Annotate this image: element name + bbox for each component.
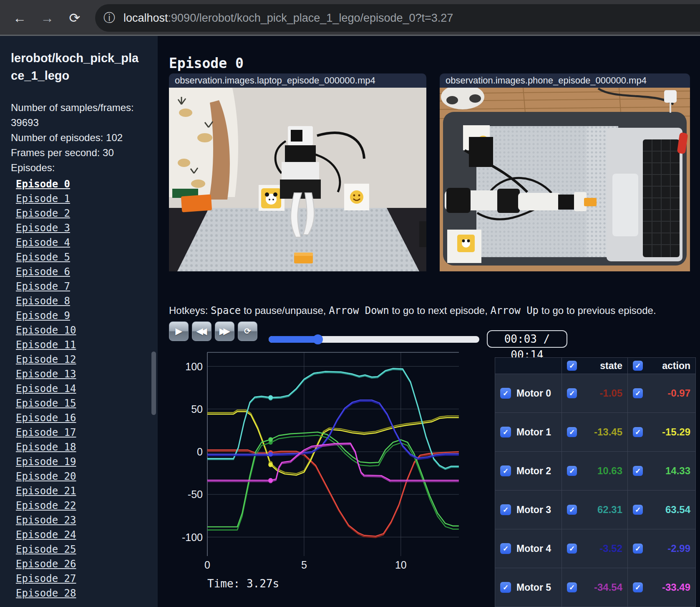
- table-row: ✓Motor 3✓62.31✓63.54: [495, 491, 696, 529]
- header-state-cell: ✓state: [562, 358, 628, 374]
- sidebar-episode-link[interactable]: Episode 27: [16, 574, 76, 584]
- sidebar-episode-link[interactable]: Episode 13: [16, 369, 76, 379]
- checkbox-icon[interactable]: ✓: [567, 544, 577, 554]
- svg-text:5: 5: [301, 559, 307, 571]
- checkbox-icon[interactable]: ✓: [500, 582, 511, 593]
- checkbox-icon[interactable]: ✓: [567, 582, 577, 592]
- sidebar-episode-link[interactable]: Episode 18: [16, 442, 76, 452]
- checkbox-icon[interactable]: ✓: [500, 504, 511, 515]
- video-player-phone[interactable]: [440, 88, 690, 271]
- sidebar-episode-link[interactable]: Episode 4: [16, 238, 70, 248]
- svg-text:50: 50: [191, 403, 203, 415]
- sidebar-episode-link[interactable]: Episode 0: [16, 179, 70, 189]
- sidebar-episode-link[interactable]: Episode 21: [16, 486, 76, 496]
- sidebar-episode-link[interactable]: Episode 11: [16, 340, 76, 350]
- sidebar-episode-link[interactable]: Episode 9: [16, 311, 70, 321]
- smiley-card: [344, 184, 369, 210]
- checkbox-icon[interactable]: ✓: [567, 427, 577, 437]
- video-panel-phone: observation.images.phone_episode_000000.…: [440, 73, 690, 271]
- url-host: localhost: [123, 12, 168, 24]
- state-value: -34.54: [594, 582, 622, 593]
- episode-list: Episode 0Episode 1Episode 2Episode 3Epis…: [11, 179, 158, 598]
- hotkey-space: Space: [211, 305, 241, 316]
- svg-text:0: 0: [197, 446, 203, 458]
- video-player-laptop[interactable]: [169, 88, 426, 271]
- forward-icon[interactable]: →: [38, 8, 57, 28]
- checkbox-icon[interactable]: ✓: [633, 388, 643, 398]
- sidebar-episode-link[interactable]: Episode 25: [16, 544, 76, 554]
- sidebar-episode-link[interactable]: Episode 2: [16, 208, 70, 218]
- svg-text:10: 10: [395, 559, 407, 571]
- sidebar-episode-link[interactable]: Episode 14: [16, 384, 76, 394]
- sidebar-episode-link[interactable]: Episode 10: [16, 325, 76, 335]
- checkbox-icon[interactable]: ✓: [567, 505, 577, 515]
- state-value: 62.31: [597, 504, 622, 516]
- checkbox-icon[interactable]: ✓: [633, 427, 643, 437]
- checkbox-icon[interactable]: ✓: [500, 388, 511, 399]
- sidebar-episode-link[interactable]: Episode 7: [16, 281, 70, 291]
- motor-chart[interactable]: 100500-50-1000510: [166, 329, 463, 571]
- sidebar-episode-link[interactable]: Episode 22: [16, 501, 76, 511]
- sidebar-episode-link[interactable]: Episode 17: [16, 427, 76, 438]
- back-icon[interactable]: ←: [10, 8, 29, 28]
- sidebar-episode-link[interactable]: Episode 1: [16, 194, 70, 204]
- sidebar-scrollbar-thumb[interactable]: [151, 352, 156, 415]
- motor-label: Motor 5: [516, 582, 551, 593]
- svg-text:100: 100: [185, 361, 203, 372]
- url-path: :9090/lerobot/koch_pick_place_1_lego/epi…: [168, 12, 453, 24]
- dataset-meta: Number of samples/frames: 39693 Number o…: [11, 100, 140, 160]
- checkbox-icon[interactable]: ✓: [633, 544, 643, 554]
- checkbox-icon[interactable]: ✓: [633, 505, 643, 515]
- info-icon[interactable]: ⓘ: [103, 10, 115, 26]
- video-title-laptop: observation.images.laptop_episode_000000…: [169, 73, 426, 88]
- action-value: 63.54: [665, 504, 690, 516]
- meta-samples: Number of samples/frames: 39693: [11, 100, 140, 130]
- svg-text:0: 0: [204, 559, 210, 571]
- action-value: -15.29: [662, 426, 690, 438]
- svg-text:-50: -50: [188, 488, 203, 500]
- sidebar-episode-link[interactable]: Episode 23: [16, 515, 76, 525]
- checkbox-icon[interactable]: ✓: [500, 543, 511, 554]
- sidebar-episode-link[interactable]: Episode 8: [16, 296, 70, 306]
- address-bar[interactable]: ⓘ localhost:9090/lerobot/koch_pick_place…: [95, 4, 700, 32]
- sidebar-episode-link[interactable]: Episode 15: [16, 398, 76, 408]
- hotkey-arrow-up: Arrow Up: [490, 305, 539, 316]
- table-row: ✓Motor 4✓-3.52✓-2.99: [495, 529, 696, 568]
- sidebar-episode-link[interactable]: Episode 16: [16, 413, 76, 423]
- table-row: ✓Motor 5✓-34.54✓-33.49: [495, 568, 696, 607]
- sidebar-episode-link[interactable]: Episode 12: [16, 354, 76, 364]
- sidebar-episode-link[interactable]: Episode 6: [16, 267, 70, 277]
- table-row: ✓Motor 0✓-1.05✓-0.97: [495, 374, 696, 413]
- sidebar-episode-link[interactable]: Episode 26: [16, 559, 76, 569]
- checkbox-state-column[interactable]: ✓: [567, 361, 577, 371]
- reload-icon[interactable]: ⟳: [65, 8, 84, 28]
- person: [169, 88, 238, 200]
- header-empty-cell: [495, 358, 562, 374]
- url-text[interactable]: localhost:9090/lerobot/koch_pick_place_1…: [123, 12, 453, 25]
- hotkey-arrow-down: Arrow Down: [329, 305, 389, 316]
- sidebar-episode-link[interactable]: Episode 24: [16, 530, 76, 540]
- episodes-heading: Episodes:: [11, 160, 158, 175]
- checkbox-icon[interactable]: ✓: [633, 582, 643, 592]
- checkbox-action-column[interactable]: ✓: [633, 361, 643, 371]
- dark-object: [419, 221, 426, 247]
- table-row: ✓Motor 2✓10.63✓14.33: [495, 452, 696, 491]
- checkbox-icon[interactable]: ✓: [500, 465, 511, 476]
- checkbox-icon[interactable]: ✓: [567, 466, 577, 476]
- checkbox-icon[interactable]: ✓: [567, 388, 577, 398]
- sidebar-episode-link[interactable]: Episode 28: [16, 588, 76, 598]
- checkbox-icon[interactable]: ✓: [500, 427, 511, 438]
- hotkeys-help: Hotkeys: Space to pause/unpause, Arrow D…: [169, 305, 656, 316]
- sidebar-episode-link[interactable]: Episode 20: [16, 471, 76, 481]
- video-title-phone: observation.images.phone_episode_000000.…: [440, 73, 690, 88]
- header-action-cell: ✓action: [628, 358, 696, 374]
- motor-label: Motor 2: [516, 465, 551, 477]
- sidebar-episode-link[interactable]: Episode 3: [16, 223, 70, 233]
- dataset-title: lerobot/koch_pick_place_1_lego: [11, 49, 145, 84]
- sidebar-episode-link[interactable]: Episode 5: [16, 252, 70, 262]
- page-title: Episode 0: [169, 55, 244, 71]
- laptop: [607, 128, 682, 261]
- orange-lego-brick-top: [294, 253, 313, 256]
- sidebar-episode-link[interactable]: Episode 19: [16, 457, 76, 467]
- checkbox-icon[interactable]: ✓: [633, 466, 643, 476]
